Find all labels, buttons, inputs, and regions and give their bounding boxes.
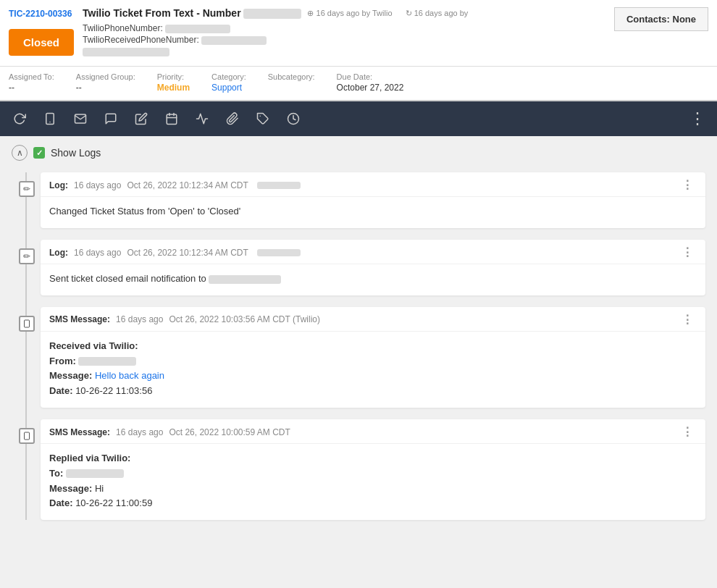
priority-field: Priority: Medium — [157, 72, 190, 93]
show-logs-row: ∧ Show Logs — [12, 145, 705, 161]
log-entry-1: ✏ Log: 16 days ago Oct 26, 2022 10:12:34… — [41, 172, 705, 228]
category-value: Support — [211, 83, 246, 93]
entry-date-2: Oct 26, 2022 10:12:34 AM CDT — [127, 248, 248, 258]
entry-type-1: Log: — [49, 180, 68, 190]
phone-button[interactable] — [36, 106, 64, 131]
entry-more-button-1[interactable]: ⋮ — [679, 178, 697, 192]
sms-to-label: To: — [49, 468, 63, 479]
toolbar: ⋮ — [0, 101, 717, 136]
attachment-button[interactable] — [219, 106, 246, 131]
sms-date-value-2: 10-26-22 11:00:59 — [75, 497, 152, 508]
assigned-to-label: Assigned To: — [9, 72, 54, 81]
log-icon-2: ✏ — [19, 248, 35, 264]
entry-date-1: Oct 26, 2022 10:12:34 AM CDT — [127, 180, 248, 190]
entry-age-1: 16 days ago — [74, 180, 121, 190]
priority-value: Medium — [157, 83, 190, 93]
email-button[interactable] — [67, 106, 94, 131]
sms-message-value-2: Hi — [95, 483, 104, 494]
due-date-field: Due Date: October 27, 2022 — [337, 72, 404, 93]
fields-row: Assigned To: -- Assigned Group: -- Prior… — [0, 67, 717, 101]
status-badge[interactable]: Closed — [9, 29, 74, 56]
sms-date-label-2: Date: — [49, 497, 73, 508]
due-date-label: Due Date: — [337, 72, 404, 81]
ticket-header: TIC-2210-00336 Closed Twilio Ticket From… — [0, 0, 717, 67]
sms-message-value-1: Hello back again — [95, 370, 164, 381]
sms-type-1: SMS Message: — [49, 314, 110, 324]
analytics-button[interactable] — [188, 106, 216, 131]
entry-header-1: Log: 16 days ago Oct 26, 2022 10:12:34 A… — [41, 172, 705, 197]
assigned-group-label: Assigned Group: — [76, 72, 135, 81]
assigned-to-value: -- — [9, 83, 54, 93]
sms-date-label-1: Date: — [49, 385, 73, 396]
sms-more-button-2[interactable]: ⋮ — [679, 425, 697, 439]
entry-header-2: Log: 16 days ago Oct 26, 2022 10:12:34 A… — [41, 240, 705, 264]
sms-header-2: SMS Message: 16 days ago Oct 26, 2022 10… — [41, 419, 705, 444]
log-icon-1: ✏ — [19, 181, 35, 197]
log-entry-2: ✏ Log: 16 days ago Oct 26, 2022 10:12:34… — [41, 240, 705, 295]
category-label: Category: — [211, 72, 246, 81]
contacts-button[interactable]: Contacts: None — [614, 7, 708, 31]
sms-message-label-1: Message: — [49, 370, 92, 381]
sms-type-2: SMS Message: — [49, 427, 110, 437]
entry-type-2: Log: — [49, 248, 68, 258]
ticket-title: Twilio Ticket From Text - Number — [83, 7, 301, 19]
assigned-group-value: -- — [76, 83, 135, 93]
assigned-to-field: Assigned To: -- — [9, 72, 54, 93]
sms-message-label-2: Message: — [49, 483, 92, 494]
priority-label: Priority: — [157, 72, 190, 81]
tag-button[interactable] — [249, 106, 277, 131]
sms-date-header-1: Oct 26, 2022 10:03:56 AM CDT (Twilio) — [169, 314, 320, 324]
entry-age-2: 16 days ago — [74, 248, 121, 258]
sms-body-1: Received via Twilio: From: Message: Hell… — [41, 332, 705, 408]
timeline-line — [25, 172, 27, 520]
sms-replied-label: Replied via Twilio: — [49, 453, 130, 463]
due-date-value: October 27, 2022 — [337, 83, 404, 93]
sms-date-header-2: Oct 26, 2022 10:00:59 AM CDT — [169, 427, 290, 437]
calendar-button[interactable] — [158, 106, 185, 131]
entry-body-1: Changed Ticket Status from 'Open' to 'Cl… — [41, 197, 705, 228]
content-area: ∧ Show Logs ✏ Log: 16 days ago Oct 26, 2… — [0, 136, 717, 542]
sms-from-label: From: — [49, 356, 76, 366]
svg-rect-2 — [167, 114, 177, 125]
show-logs-checkbox[interactable] — [33, 147, 45, 159]
sms-header-1: SMS Message: 16 days ago Oct 26, 2022 10… — [41, 307, 705, 332]
assigned-group-field: Assigned Group: -- — [76, 72, 135, 93]
collapse-button[interactable]: ∧ — [12, 145, 28, 161]
edit-button[interactable] — [127, 106, 155, 131]
clock-button[interactable] — [280, 106, 307, 131]
phone-row: TwilioPhoneNumber: — [83, 23, 605, 33]
chat-button[interactable] — [97, 106, 125, 131]
category-field: Category: Support — [211, 72, 246, 93]
sms-date-value-1: 10-26-22 11:03:56 — [75, 385, 152, 396]
show-logs-label[interactable]: Show Logs — [51, 147, 101, 159]
sms-more-button-1[interactable]: ⋮ — [679, 313, 697, 327]
sms-age-2: 16 days ago — [116, 427, 163, 437]
sms-icon-1 — [19, 316, 35, 332]
sms-received-label: Received via Twilio: — [49, 340, 138, 351]
entry-body-2: Sent ticket closed email notification to — [41, 264, 705, 295]
received-phone-row: TwilioReceivedPhoneNumber: — [83, 35, 605, 45]
entry-more-button-2[interactable]: ⋮ — [679, 245, 697, 259]
subcategory-field: Subcategory: — [268, 72, 315, 83]
refresh-button[interactable] — [6, 106, 33, 131]
ticket-info: Twilio Ticket From Text - Number ⊕ 16 da… — [83, 7, 605, 59]
sms-entry-2: SMS Message: 16 days ago Oct 26, 2022 10… — [41, 419, 705, 520]
ticket-id[interactable]: TIC-2210-00336 — [9, 9, 72, 19]
ticket-meta: ⊕ 16 days ago by Twilio ↻ 16 days ago by — [307, 9, 468, 18]
subcategory-label: Subcategory: — [268, 72, 315, 81]
sms-age-1: 16 days ago — [116, 314, 163, 324]
sms-body-2: Replied via Twilio: To: Message: Hi Date… — [41, 444, 705, 520]
sms-icon-2 — [19, 428, 35, 444]
sms-entry-1: SMS Message: 16 days ago Oct 26, 2022 10… — [41, 307, 705, 408]
timeline-container: ✏ Log: 16 days ago Oct 26, 2022 10:12:34… — [12, 172, 705, 520]
toolbar-more-button[interactable]: ⋮ — [684, 104, 711, 134]
